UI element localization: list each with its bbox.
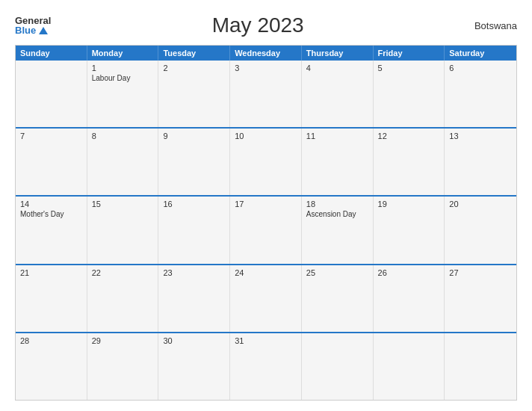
cell-date-number: 31 <box>235 336 297 345</box>
calendar-week-2: 78910111213 <box>16 127 516 195</box>
calendar-cell: 18Ascension Day <box>302 197 374 263</box>
calendar-cell: 26 <box>374 265 445 332</box>
calendar-cell: 19 <box>374 197 445 263</box>
cell-date-number: 22 <box>92 268 154 277</box>
calendar-cell: 17 <box>230 197 302 263</box>
calendar-cell <box>445 333 516 400</box>
cell-date-number: 4 <box>306 64 368 72</box>
cell-date-number: 15 <box>92 200 154 208</box>
logo-triangle-icon <box>39 27 48 34</box>
cell-date-number: 11 <box>306 132 368 140</box>
logo: General Blue <box>15 16 51 35</box>
cell-date-number: 6 <box>449 64 512 72</box>
calendar-cell <box>302 333 374 400</box>
calendar-cell: 28 <box>16 333 87 400</box>
cell-date-number: 21 <box>20 268 82 277</box>
calendar-cell: 13 <box>445 129 516 195</box>
country-label: Botswana <box>465 20 517 31</box>
cell-event-label: Mother's Day <box>20 210 82 218</box>
cell-date-number: 17 <box>235 200 297 208</box>
calendar-cell: 4 <box>302 61 374 127</box>
calendar-week-1: 1Labour Day23456 <box>16 61 516 127</box>
cell-date-number: 13 <box>449 132 512 140</box>
cell-date-number: 12 <box>378 132 440 140</box>
calendar-cell: 30 <box>158 333 230 400</box>
calendar-cell: 8 <box>87 129 159 195</box>
calendar-cell: 25 <box>302 265 374 332</box>
cell-date-number: 7 <box>20 132 82 140</box>
calendar-title: May 2023 <box>51 13 465 37</box>
calendar-cell: 9 <box>158 129 230 195</box>
calendar-cell: 31 <box>230 333 302 400</box>
cell-date-number: 10 <box>235 132 297 140</box>
cell-date-number: 30 <box>163 336 225 345</box>
calendar-cell: 2 <box>158 61 230 127</box>
calendar-cell: 22 <box>87 265 159 332</box>
calendar-cell <box>374 333 445 400</box>
page: General Blue May 2023 Botswana Sunday Mo… <box>0 0 532 411</box>
cell-event-label: Labour Day <box>92 74 154 82</box>
calendar-cell: 12 <box>374 129 445 195</box>
cell-date-number: 25 <box>306 268 368 277</box>
day-header-tuesday: Tuesday <box>158 46 230 61</box>
calendar-cell: 10 <box>230 129 302 195</box>
calendar-cell: 16 <box>158 197 230 263</box>
calendar-cell: 21 <box>16 265 87 332</box>
calendar-cell: 1Labour Day <box>87 61 159 127</box>
cell-date-number: 18 <box>306 200 368 208</box>
day-header-monday: Monday <box>87 46 159 61</box>
calendar-header-row: Sunday Monday Tuesday Wednesday Thursday… <box>16 46 516 61</box>
calendar-cell: 7 <box>16 129 87 195</box>
day-header-sunday: Sunday <box>16 46 87 61</box>
calendar-cell: 3 <box>230 61 302 127</box>
cell-date-number: 9 <box>163 132 225 140</box>
cell-date-number: 27 <box>449 268 512 277</box>
calendar-cell: 24 <box>230 265 302 332</box>
logo-blue-text: Blue <box>15 25 51 35</box>
calendar-week-4: 21222324252627 <box>16 264 516 332</box>
calendar-cell: 20 <box>445 197 516 263</box>
calendar-cell: 23 <box>158 265 230 332</box>
cell-date-number: 28 <box>20 336 82 345</box>
day-header-saturday: Saturday <box>445 46 516 61</box>
cell-date-number: 16 <box>163 200 225 208</box>
calendar-cell: 15 <box>87 197 159 263</box>
cell-date-number: 29 <box>92 336 154 345</box>
cell-date-number: 24 <box>235 268 297 277</box>
day-header-wednesday: Wednesday <box>230 46 302 61</box>
calendar-cell <box>16 61 87 127</box>
cell-date-number: 3 <box>235 64 297 72</box>
calendar-cell: 11 <box>302 129 374 195</box>
calendar-cell: 6 <box>445 61 516 127</box>
cell-date-number: 1 <box>92 64 154 72</box>
calendar-week-3: 14Mother's Day15161718Ascension Day1920 <box>16 195 516 263</box>
cell-date-number: 2 <box>163 64 225 72</box>
cell-date-number: 14 <box>20 200 82 208</box>
calendar-cell: 5 <box>374 61 445 127</box>
cell-event-label: Ascension Day <box>306 210 368 218</box>
calendar-cell: 27 <box>445 265 516 332</box>
cell-date-number: 8 <box>92 132 154 140</box>
calendar-cell: 29 <box>87 333 159 400</box>
cell-date-number: 26 <box>378 268 440 277</box>
cell-date-number: 5 <box>378 64 440 72</box>
calendar-week-5: 28293031 <box>16 332 516 400</box>
day-header-friday: Friday <box>374 46 445 61</box>
cell-date-number: 19 <box>378 200 440 208</box>
calendar-body: 1Labour Day234567891011121314Mother's Da… <box>16 61 516 400</box>
header: General Blue May 2023 Botswana <box>15 13 517 37</box>
calendar: Sunday Monday Tuesday Wednesday Thursday… <box>15 45 517 401</box>
cell-date-number: 23 <box>163 268 225 277</box>
day-header-thursday: Thursday <box>302 46 374 61</box>
cell-date-number: 20 <box>449 200 512 208</box>
calendar-cell: 14Mother's Day <box>16 197 87 263</box>
